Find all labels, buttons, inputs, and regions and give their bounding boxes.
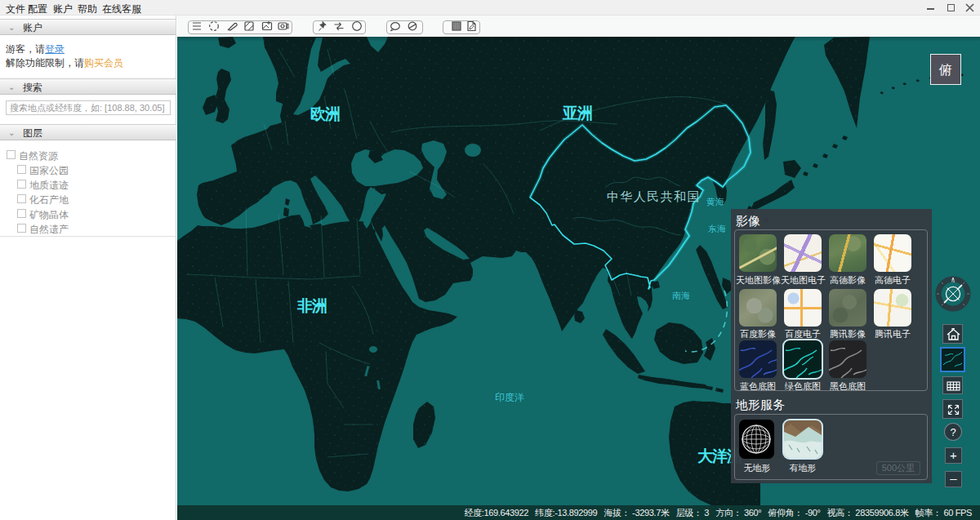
svg-text:N: N	[951, 278, 955, 283]
svg-text:黄海: 黄海	[706, 197, 724, 207]
svg-text:中华人民共和国: 中华人民共和国	[607, 189, 701, 203]
svg-text:亚洲: 亚洲	[562, 104, 592, 122]
svg-text:非洲: 非洲	[296, 297, 327, 314]
svg-text:欧洲: 欧洲	[310, 105, 340, 122]
svg-text:南海: 南海	[672, 291, 690, 300]
svg-text:东海: 东海	[708, 224, 726, 233]
svg-text:印度洋: 印度洋	[495, 392, 524, 403]
